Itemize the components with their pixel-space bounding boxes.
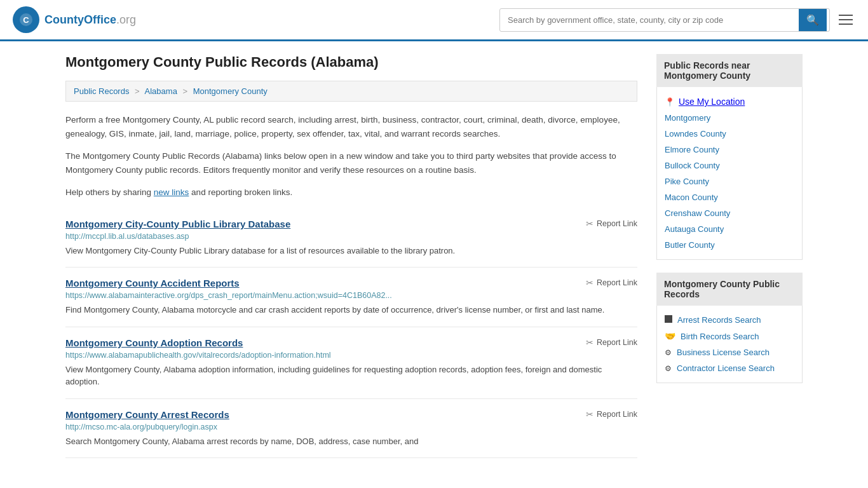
record-title-3[interactable]: Montgomery County Arrest Records xyxy=(65,409,229,420)
page-title: Montgomery County Public Records (Alabam… xyxy=(65,54,637,71)
record-url-3[interactable]: http://mcso.mc-ala.org/pubquery/login.as… xyxy=(65,423,637,431)
arrest-icon xyxy=(665,315,672,325)
birth-records-link[interactable]: Birth Records Search xyxy=(681,332,759,341)
menu-line-1 xyxy=(839,15,853,16)
breadcrumb-county[interactable]: Montgomery County xyxy=(193,86,268,96)
records-header: Montgomery County Public Records xyxy=(656,273,803,306)
nearby-pike: Pike County xyxy=(665,173,794,189)
record-title-0[interactable]: Montgomery City-County Public Library Da… xyxy=(65,219,290,229)
report-icon-2: ✂ xyxy=(586,337,593,348)
nearby-montgomery-link[interactable]: Montgomery xyxy=(665,113,710,123)
use-my-location[interactable]: 📍 Use My Location xyxy=(665,93,794,110)
description-3: Help others by sharing new links and rep… xyxy=(65,186,637,200)
use-location-link[interactable]: Use My Location xyxy=(679,97,745,107)
main-container: Montgomery County Public Records (Alabam… xyxy=(53,41,815,471)
nearby-section: Public Records near Montgomery County 📍 … xyxy=(656,54,803,260)
nearby-autauga: Autauga County xyxy=(665,221,794,237)
nearby-lowndes: Lowndes County xyxy=(665,126,794,142)
record-business: ⚙ Business License Search xyxy=(665,344,794,360)
nearby-autauga-link[interactable]: Autauga County xyxy=(665,224,724,234)
search-button[interactable]: 🔍 xyxy=(799,9,827,31)
nearby-crenshaw: Crenshaw County xyxy=(665,205,794,221)
records-body: Arrest Records Search 🤝 Birth Records Se… xyxy=(656,306,803,383)
record-title-2[interactable]: Montgomery County Adoption Records xyxy=(65,337,243,348)
nearby-macon: Macon County xyxy=(665,189,794,205)
search-bar: 🔍 xyxy=(499,8,830,32)
report-link-3[interactable]: ✂ Report Link xyxy=(586,409,637,419)
report-link-0[interactable]: ✂ Report Link xyxy=(586,219,637,229)
contractor-icon: ⚙ xyxy=(665,364,672,373)
nearby-bullock: Bullock County xyxy=(665,158,794,173)
nearby-body: 📍 Use My Location Montgomery Lowndes Cou… xyxy=(656,87,803,260)
nearby-header: Public Records near Montgomery County xyxy=(656,54,803,87)
breadcrumb: Public Records > Alabama > Montgomery Co… xyxy=(65,81,637,102)
business-icon: ⚙ xyxy=(665,348,672,357)
content-area: Montgomery County Public Records (Alabam… xyxy=(65,54,637,458)
arrest-records-link[interactable]: Arrest Records Search xyxy=(677,315,761,325)
menu-line-2 xyxy=(839,19,853,20)
record-desc-2: View Montgomery County, Alabama adoption… xyxy=(65,363,637,388)
nearby-butler-link[interactable]: Butler County xyxy=(665,240,715,250)
nearby-elmore: Elmore County xyxy=(665,142,794,158)
description-1: Perform a free Montgomery County, AL pub… xyxy=(65,113,637,140)
nearby-macon-link[interactable]: Macon County xyxy=(665,193,718,202)
breadcrumb-sep-2: > xyxy=(183,86,188,96)
breadcrumb-sep-1: > xyxy=(135,86,140,96)
record-title-1[interactable]: Montgomery County Accident Reports xyxy=(65,278,240,288)
nearby-montgomery: Montgomery xyxy=(665,110,794,126)
record-url-2[interactable]: https://www.alabamapublichealth.gov/vita… xyxy=(65,351,637,360)
logo-area: C CountyOffice.org xyxy=(13,6,136,33)
record-item-0: Montgomery City-County Public Library Da… xyxy=(65,208,637,268)
records-section: Montgomery County Public Records Arrest … xyxy=(656,273,803,383)
sidebar: Public Records near Montgomery County 📍 … xyxy=(656,54,803,458)
logo-text: CountyOffice.org xyxy=(44,13,136,27)
menu-line-3 xyxy=(839,24,853,25)
record-arrest: Arrest Records Search xyxy=(665,312,794,328)
location-icon: 📍 xyxy=(665,97,675,107)
record-item-2: Montgomery County Adoption Records ✂ Rep… xyxy=(65,327,637,399)
nearby-bullock-link[interactable]: Bullock County xyxy=(665,161,720,170)
menu-button[interactable] xyxy=(836,12,855,27)
svg-text:C: C xyxy=(23,15,29,25)
breadcrumb-public-records[interactable]: Public Records xyxy=(74,86,129,96)
record-birth: 🤝 Birth Records Search xyxy=(665,328,794,344)
contractor-license-link[interactable]: Contractor License Search xyxy=(677,363,775,373)
breadcrumb-alabama[interactable]: Alabama xyxy=(145,86,177,96)
nearby-elmore-link[interactable]: Elmore County xyxy=(665,145,719,154)
report-link-1[interactable]: ✂ Report Link xyxy=(586,278,637,288)
record-desc-3: Search Montgomery County, Alabama arrest… xyxy=(65,435,637,448)
report-link-2[interactable]: ✂ Report Link xyxy=(586,337,637,348)
report-icon-0: ✂ xyxy=(586,219,593,229)
nearby-lowndes-link[interactable]: Lowndes County xyxy=(665,129,726,139)
record-url-1[interactable]: https://www.alabamainteractive.org/dps_c… xyxy=(65,291,637,300)
nearby-pike-link[interactable]: Pike County xyxy=(665,177,709,186)
new-links-link[interactable]: new links xyxy=(154,187,189,197)
header-right: 🔍 xyxy=(499,8,855,32)
nearby-butler: Butler County xyxy=(665,237,794,253)
nearby-crenshaw-link[interactable]: Crenshaw County xyxy=(665,208,730,218)
record-item-1: Montgomery County Accident Reports ✂ Rep… xyxy=(65,268,637,327)
report-icon-1: ✂ xyxy=(586,278,593,288)
record-desc-1: Find Montgomery County, Alabama motorcyc… xyxy=(65,304,637,316)
description-2: The Montgomery County Public Records (Al… xyxy=(65,149,637,177)
record-desc-0: View Montgomery City-County Public Libra… xyxy=(65,245,637,257)
business-license-link[interactable]: Business License Search xyxy=(677,348,770,357)
report-icon-3: ✂ xyxy=(586,409,593,419)
record-contractor: ⚙ Contractor License Search xyxy=(665,360,794,376)
logo-icon: C xyxy=(13,6,39,33)
search-icon: 🔍 xyxy=(806,15,819,25)
search-input[interactable] xyxy=(500,10,799,30)
record-item-3: Montgomery County Arrest Records ✂ Repor… xyxy=(65,399,637,459)
birth-icon: 🤝 xyxy=(665,331,675,341)
record-url-0[interactable]: http://mccpl.lib.al.us/databases.asp xyxy=(65,232,637,241)
site-header: C CountyOffice.org 🔍 xyxy=(0,0,868,41)
